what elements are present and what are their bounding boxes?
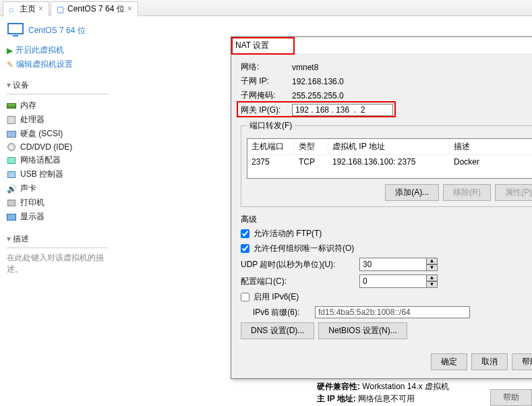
allow-oui-label: 允许任何组织唯一标识符(O) [254, 243, 354, 254]
vm-title-text: CentOS 7 64 位 [28, 25, 86, 36]
main-area: 址 8.65.0 8.136.0 重命名网络(A)... 动设置(U)... A… [115, 16, 532, 406]
properties-button[interactable]: 属性(P) [495, 184, 532, 201]
device-network[interactable]: 网络适配器 [7, 153, 108, 167]
dialog-titlebar: NAT 设置 ✕ [231, 37, 532, 55]
allow-ftp-checkbox[interactable] [241, 229, 249, 238]
tab-vm[interactable]: ▢ CentOS 7 64 位 × [51, 1, 138, 16]
remove-button[interactable]: 移除(R) [443, 184, 491, 201]
vm-title: CentOS 7 64 位 [7, 22, 108, 39]
config-port-label: 配置端口(C): [241, 276, 355, 287]
tab-vm-label: CentOS 7 64 位 [67, 3, 125, 15]
compat-label: 硬件兼容性: [317, 382, 360, 391]
svg-rect-1 [13, 35, 18, 36]
wrench-icon: ✎ [7, 60, 13, 69]
compat-value: Workstation 14.x 虚拟机 [362, 382, 448, 391]
mask-label: 子网掩码: [241, 90, 292, 101]
enable-ipv6-label: 启用 IPv6(E) [254, 291, 299, 303]
port-forward-table[interactable]: 主机端口 类型 虚拟机 IP 地址 描述 2375 TCP 192.168.13… [247, 138, 532, 179]
allow-ftp-label: 允许活动的 FTP(T) [254, 228, 322, 239]
device-disk[interactable]: 硬盘 (SCSI) [7, 127, 108, 141]
network-icon [7, 157, 16, 164]
device-cd[interactable]: CD/DVD (IDE) [7, 141, 108, 153]
spin-down-icon[interactable]: ▼ [427, 264, 438, 271]
sidebar: CentOS 7 64 位 ▶ 开启此虚拟机 ✎ 编辑虚拟机设置 ▾ 设备 内存… [0, 16, 115, 406]
col-type: 类型 [295, 139, 328, 154]
subnet-ip-label: 子网 IP: [241, 76, 292, 87]
cpu-icon [7, 116, 16, 124]
add-button[interactable]: 添加(A)... [385, 184, 439, 201]
nat-dialog: NAT 设置 ✕ 网络:vmnet8 子网 IP:192.168.136.0 子… [231, 36, 532, 379]
ok-button[interactable]: 确定 [431, 353, 467, 370]
config-port-input[interactable] [359, 274, 427, 288]
enable-ipv6-checkbox[interactable] [241, 293, 249, 301]
help-button[interactable]: 帮助 [512, 353, 532, 370]
col-vm-ip: 虚拟机 IP 地址 [328, 139, 450, 154]
description-heading: ▾ 描述 [7, 233, 108, 245]
allow-oui-checkbox[interactable] [241, 244, 249, 253]
spin-up-icon[interactable]: ▲ [427, 258, 438, 264]
col-host-port: 主机端口 [247, 139, 295, 154]
dialog-title: NAT 设置 [235, 40, 269, 51]
device-list: 内存 处理器 硬盘 (SCSI) CD/DVD (IDE) 网络适配器 USB … [7, 98, 108, 224]
disk-icon [7, 131, 16, 138]
usb-icon [7, 171, 16, 178]
port-forward-group: 端口转发(F) 主机端口 类型 虚拟机 IP 地址 描述 2375 TCP 19… [241, 120, 532, 207]
memory-icon [7, 103, 16, 109]
edit-vm-link[interactable]: ✎ 编辑虚拟机设置 [7, 59, 108, 70]
vm-icon: ▢ [57, 5, 65, 13]
udp-timeout-input[interactable] [359, 258, 427, 271]
device-sound[interactable]: 🔊声卡 [7, 181, 108, 196]
close-icon[interactable]: × [127, 4, 132, 13]
display-icon [7, 214, 16, 221]
printer-icon [7, 200, 16, 206]
gateway-input[interactable] [292, 104, 393, 116]
cd-icon [7, 143, 16, 151]
subnet-ip-value: 192.168.136.0 [292, 77, 344, 86]
network-value: vmnet8 [292, 63, 318, 72]
device-memory[interactable]: 内存 [7, 98, 108, 113]
ipv6-prefix-input [315, 306, 470, 318]
device-printer[interactable]: 打印机 [7, 196, 108, 210]
table-row[interactable]: 2375 TCP 192.168.136.100: 2375 Docker [247, 155, 532, 169]
dns-settings-button[interactable]: DNS 设置(D)... [241, 322, 314, 339]
tab-home[interactable]: ⌂ 主页 × [3, 1, 49, 16]
port-forward-legend: 端口转发(F) [247, 120, 295, 132]
mask-value: 255.255.255.0 [292, 91, 344, 100]
spin-down-icon[interactable]: ▼ [427, 281, 438, 288]
network-label: 网络: [241, 61, 292, 73]
cancel-button[interactable]: 取消 [471, 353, 508, 370]
udp-timeout-label: UDP 超时(以秒为单位)(U): [241, 259, 355, 270]
netbios-settings-button[interactable]: NetBIOS 设置(N)... [318, 322, 407, 339]
advanced-label: 高级 [241, 214, 532, 225]
device-display[interactable]: 显示器 [7, 210, 108, 224]
monitor-icon [7, 22, 24, 39]
col-desc: 描述 [450, 139, 532, 154]
devices-heading: ▾ 设备 [7, 80, 108, 91]
gateway-label: 网关 IP(G): [241, 105, 292, 116]
svg-rect-0 [8, 24, 23, 34]
primary-ip-label: 主 IP 地址: [317, 394, 356, 403]
sound-icon: 🔊 [7, 184, 16, 194]
tab-bar: ⌂ 主页 × ▢ CentOS 7 64 位 × [0, 0, 532, 16]
close-icon[interactable]: × [38, 4, 43, 13]
play-icon: ▶ [7, 46, 13, 55]
start-vm-label: 开启此虚拟机 [16, 45, 64, 56]
start-vm-link[interactable]: ▶ 开启此虚拟机 [7, 45, 108, 56]
ipv6-prefix-label: IPv6 前缀(6): [253, 307, 311, 318]
description-placeholder[interactable]: 在此处键入对该虚拟机的描述。 [7, 252, 108, 275]
primary-ip-value: 网络信息不可用 [358, 394, 415, 403]
tab-home-label: 主页 [20, 3, 36, 15]
home-icon: ⌂ [9, 5, 17, 13]
device-usb[interactable]: USB 控制器 [7, 167, 108, 181]
device-cpu[interactable]: 处理器 [7, 113, 108, 127]
edit-vm-label: 编辑虚拟机设置 [16, 59, 73, 70]
spin-up-icon[interactable]: ▲ [427, 274, 438, 281]
